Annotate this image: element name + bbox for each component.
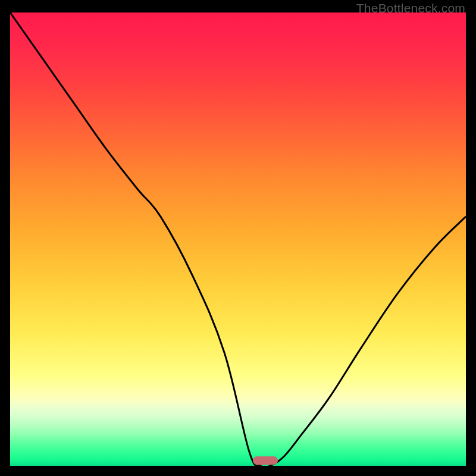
- bottleneck-curve-path: [10, 12, 466, 466]
- optimal-range-marker: [253, 456, 278, 465]
- watermark-text: TheBottleneck.com: [356, 1, 465, 15]
- bottleneck-curve: [10, 12, 466, 466]
- chart-frame: [10, 12, 466, 466]
